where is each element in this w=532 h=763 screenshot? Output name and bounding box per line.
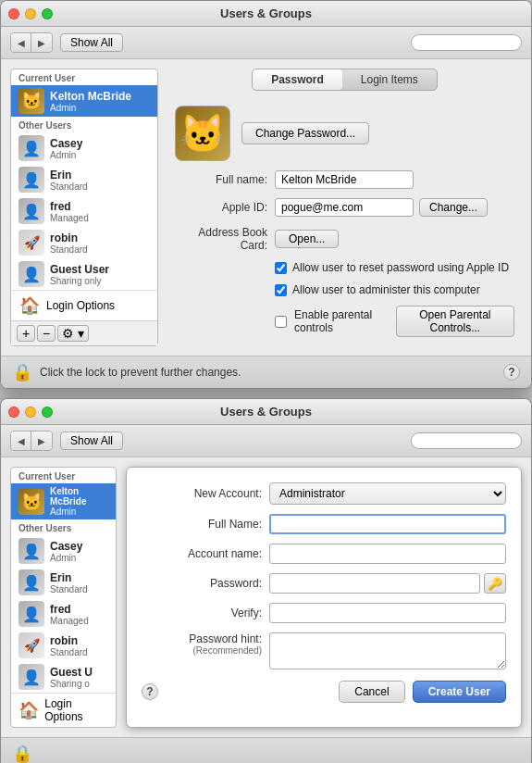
new-account-select[interactable]: Administrator: [269, 482, 506, 505]
full-name-value: Kelton McBride: [275, 170, 414, 189]
maximize-button2[interactable]: [42, 407, 53, 418]
parental-controls-checkbox[interactable]: [275, 316, 287, 328]
tab-password[interactable]: Password: [253, 69, 342, 90]
open-parental-controls-button[interactable]: Open Parental Controls...: [396, 306, 514, 337]
avatar-guest2: 👤: [19, 664, 44, 690]
password-hint-label: Password hint:: [189, 632, 262, 645]
login-options-label2: Login Options: [44, 697, 108, 723]
forward-button[interactable]: ▶: [31, 33, 52, 52]
address-book-label: Address Book Card:: [175, 226, 267, 252]
sidebar2: Current User 🐱 Kelton McBride Admin Othe…: [10, 467, 117, 728]
house-icon: 🏠: [19, 294, 41, 317]
show-all-button2[interactable]: Show All: [60, 432, 123, 450]
lock-icon[interactable]: 🔒: [12, 362, 32, 382]
sidebar-item-erin[interactable]: 👤 Erin Standard: [11, 164, 157, 195]
bottom-bar1: 🔒 Click the lock to prevent further chan…: [1, 356, 531, 388]
apple-id-value: pogue@me.com: [275, 198, 414, 217]
open-address-book-button[interactable]: Open...: [275, 230, 339, 248]
password-input[interactable]: [269, 573, 480, 594]
window2-content: Current User 🐱 Kelton McBride Admin Othe…: [1, 457, 531, 737]
avatar-fred2: 👤: [19, 601, 44, 627]
lock-icon2[interactable]: 🔒: [12, 744, 32, 763]
apple-id-change-button[interactable]: Change...: [419, 198, 488, 217]
address-book-row: Address Book Card: Open...: [175, 226, 514, 252]
avatar-casey: 👤: [19, 135, 44, 161]
sidebar-item-guest[interactable]: 👤 Guest User Sharing only: [11, 258, 157, 290]
password-label: Password:: [142, 577, 262, 590]
create-user-button[interactable]: Create User: [413, 681, 506, 703]
nav-buttons: ◀ ▶: [10, 32, 53, 53]
full-name-label2: Full Name:: [142, 518, 262, 531]
erin-role: Standard: [50, 181, 88, 192]
sidebar2-robin[interactable]: 🚀 robin Standard: [11, 630, 116, 661]
apple-id-row: Apple ID: pogue@me.com Change...: [175, 198, 514, 217]
login-options-item2[interactable]: 🏠 Login Options: [11, 693, 116, 727]
sidebar2-current-user[interactable]: 🐱 Kelton McBride Admin: [11, 483, 116, 519]
avatar-guest: 👤: [19, 261, 44, 287]
sidebar-item-current-user[interactable]: 🐱 Kelton McBride Admin: [11, 85, 157, 117]
show-all-button[interactable]: Show All: [60, 33, 123, 52]
account-name-label: Account name:: [142, 547, 262, 560]
sidebar2-fred[interactable]: 👤 fred Managed: [11, 598, 116, 630]
sidebar2-casey[interactable]: 👤 Casey Admin: [11, 535, 116, 567]
traffic-lights: [8, 8, 53, 19]
current-user-label2: Current User: [11, 468, 116, 483]
window2-title: Users & Groups: [220, 405, 312, 419]
help-button[interactable]: ?: [503, 364, 520, 381]
guest-name2: Guest U: [50, 666, 93, 679]
guest-role: Sharing only: [50, 276, 109, 286]
maximize-button[interactable]: [42, 8, 53, 19]
key-button[interactable]: 🔑: [484, 573, 506, 594]
change-password-button[interactable]: Change Password...: [241, 122, 369, 144]
sidebar2-erin[interactable]: 👤 Erin Standard: [11, 567, 116, 598]
parental-row: Enable parental controls Open Parental C…: [275, 306, 514, 337]
tab-login-items[interactable]: Login Items: [342, 69, 437, 90]
password-hint-input[interactable]: [269, 632, 506, 669]
reset-password-label: Allow user to reset password using Apple…: [292, 261, 509, 274]
house-icon2: 🏠: [19, 699, 39, 721]
toolbar1: ◀ ▶ Show All: [1, 27, 531, 59]
fred-name: fred: [50, 200, 89, 213]
robin-name2: robin: [50, 634, 88, 647]
sidebar-item-robin[interactable]: 🚀 robin Standard: [11, 227, 157, 258]
admin-checkbox[interactable]: [275, 284, 287, 296]
sidebar-item-fred[interactable]: 👤 fred Managed: [11, 195, 157, 227]
minimize-button2[interactable]: [25, 407, 36, 418]
back-button2[interactable]: ◀: [11, 432, 31, 450]
current-user-role2: Admin: [50, 507, 108, 517]
reset-password-checkbox[interactable]: [275, 262, 287, 274]
verify-label: Verify:: [142, 607, 262, 619]
search-input2[interactable]: [411, 432, 522, 449]
new-account-label: New Account:: [142, 487, 262, 500]
user-avatar-large: 🐱: [175, 106, 230, 161]
back-button[interactable]: ◀: [11, 33, 31, 52]
bottom-bar2: 🔒: [1, 737, 531, 763]
robin-name: robin: [50, 231, 88, 244]
avatar-fred: 👤: [19, 198, 44, 224]
hint-row: Password hint: (Recommended): [142, 632, 506, 669]
lock-text: Click the lock to prevent further change…: [40, 366, 241, 379]
dialog-help-button[interactable]: ?: [142, 683, 158, 700]
forward-button2[interactable]: ▶: [31, 432, 52, 450]
minimize-button[interactable]: [25, 8, 36, 19]
sidebar-item-casey[interactable]: 👤 Casey Admin: [11, 132, 157, 164]
search-input[interactable]: [411, 34, 522, 51]
gear-button[interactable]: ⚙ ▾: [57, 325, 89, 342]
close-button2[interactable]: [8, 407, 19, 418]
close-button[interactable]: [8, 8, 19, 19]
verify-input[interactable]: [269, 603, 506, 623]
toolbar2: ◀ ▶ Show All: [1, 425, 531, 457]
full-name-label: Full name:: [175, 173, 267, 186]
cancel-button[interactable]: Cancel: [339, 681, 404, 703]
main-panel1: Password Login Items 🐱 Change Password..…: [167, 69, 522, 346]
account-name-input[interactable]: [269, 544, 506, 564]
sidebar2-guest[interactable]: 👤 Guest U Sharing o: [11, 661, 116, 693]
fred-role2: Managed: [50, 616, 89, 626]
login-options-item[interactable]: 🏠 Login Options: [11, 290, 157, 320]
parental-controls-label: Enable parental controls: [294, 308, 389, 334]
full-name-input[interactable]: [269, 514, 506, 534]
casey-role: Admin: [50, 150, 82, 160]
add-user-button[interactable]: +: [17, 325, 35, 342]
remove-user-button[interactable]: −: [37, 325, 56, 342]
login-options-label: Login Options: [46, 299, 115, 312]
